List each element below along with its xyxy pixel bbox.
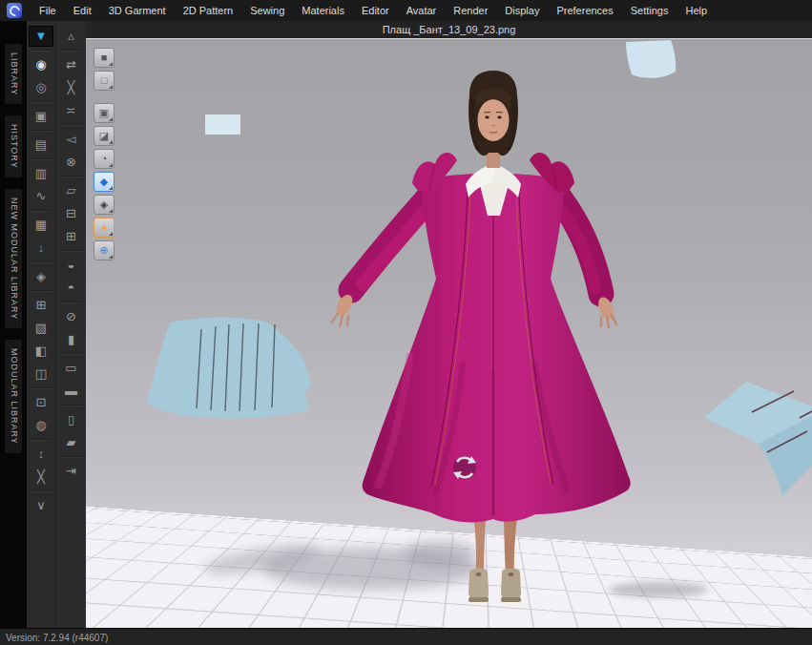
menu-display[interactable]: Display bbox=[496, 0, 548, 21]
separator bbox=[61, 405, 82, 406]
avatar-skin-view-button[interactable]: ● bbox=[94, 218, 115, 238]
scroll-more-button[interactable]: ∨ bbox=[29, 495, 53, 516]
avatar-view-button[interactable]: ◔ bbox=[94, 149, 115, 169]
viewport-3d[interactable]: ■□▣◪◔◆◈●⊕ bbox=[86, 38, 812, 628]
separator bbox=[31, 210, 52, 212]
roll-c-button[interactable]: ▯ bbox=[59, 409, 84, 430]
garment-button[interactable]: ▣ bbox=[29, 106, 53, 127]
scene-3d bbox=[86, 38, 812, 628]
fold-arrangement-icon: ◧ bbox=[35, 343, 47, 358]
show-garment-button[interactable]: ■ bbox=[94, 48, 115, 68]
jacket-button[interactable]: ▧ bbox=[29, 318, 53, 339]
toolbar-column-1: ▼◉◎▣▤▥∿▦↓◈⊞▧◧◫⊡◍↕╳∨ bbox=[27, 21, 55, 628]
roll-b-icon: ▬ bbox=[65, 384, 77, 398]
pattern-piece-rect[interactable] bbox=[205, 114, 240, 135]
roll-d-icon: ▰ bbox=[67, 435, 76, 449]
tab-modular-library[interactable]: MODULAR LIBRARY bbox=[5, 340, 22, 453]
fabric-roll-icon: ▱ bbox=[67, 183, 76, 198]
stitch-cross-icon: ╳ bbox=[68, 80, 75, 94]
padlock-fabric-button[interactable]: ⊘ bbox=[59, 306, 84, 327]
menu-render[interactable]: Render bbox=[445, 0, 496, 21]
menu-avatar[interactable]: Avatar bbox=[398, 0, 446, 21]
pattern-piece-folded[interactable] bbox=[704, 382, 812, 496]
pin-button[interactable]: ↓ bbox=[29, 238, 53, 259]
simulate-button[interactable]: ▼ bbox=[29, 26, 53, 47]
menu-2d-pattern[interactable]: 2D Pattern bbox=[175, 0, 242, 21]
seam-button[interactable]: ▦ bbox=[29, 215, 53, 236]
status-bar: Version: 7.2.94 (r44607) bbox=[0, 628, 812, 645]
knife-icon: ⊗ bbox=[66, 155, 76, 169]
menu-preferences[interactable]: Preferences bbox=[548, 0, 621, 21]
pattern-piece-sleeve-cap[interactable] bbox=[147, 318, 312, 419]
compress-pin-button[interactable]: ⇥ bbox=[59, 461, 84, 482]
menu-3d-garment[interactable]: 3D Garment bbox=[100, 0, 175, 21]
avatar[interactable] bbox=[332, 71, 631, 602]
tab-history[interactable]: HISTORY bbox=[5, 115, 22, 177]
free-sewing-button[interactable]: ▥ bbox=[29, 163, 53, 184]
avatar-shadow bbox=[202, 538, 708, 597]
separator bbox=[31, 387, 52, 389]
bind-button[interactable]: ◫ bbox=[29, 364, 53, 385]
viewport-toolbar: ■□▣◪◔◆◈●⊕ bbox=[94, 48, 115, 263]
garment-paint-view-button[interactable]: ◪ bbox=[94, 126, 115, 146]
rotate-gizmo-icon[interactable] bbox=[453, 456, 476, 479]
tab-new-modular-library[interactable]: NEW MODULAR LIBRARY bbox=[5, 189, 22, 328]
separator bbox=[61, 250, 82, 252]
fabric-view-button[interactable]: ◆ bbox=[94, 172, 115, 192]
knife-button[interactable]: ⊗ bbox=[59, 152, 84, 173]
stitch-edge-icon: ≍ bbox=[66, 103, 76, 117]
curve-button[interactable]: ∿ bbox=[29, 186, 53, 207]
import-arrangement-button[interactable]: ⊞ bbox=[29, 295, 53, 316]
avatar-body-button[interactable]: ◍ bbox=[29, 415, 53, 436]
menu-help[interactable]: Help bbox=[677, 0, 716, 21]
padlock-fabric-icon: ⊘ bbox=[66, 309, 76, 323]
fit-button[interactable]: ↕ bbox=[29, 444, 53, 465]
fold-arrangement-button[interactable]: ◧ bbox=[29, 341, 53, 362]
menu-edit[interactable]: Edit bbox=[65, 0, 100, 21]
menu-editor[interactable]: Editor bbox=[353, 0, 398, 21]
select-move-button[interactable]: ◉ bbox=[29, 54, 53, 75]
toolbar-column-2: ▵⇄╳≍◅⊗▱⊟⊞◒◓⊘▮▭▬▯▰⇥ bbox=[55, 21, 86, 628]
fabric-roll-button[interactable]: ▱ bbox=[59, 180, 84, 201]
show-pattern-outline-button[interactable]: □ bbox=[94, 71, 115, 91]
avatar-view-icon: ◔ bbox=[101, 153, 108, 164]
zipper-button[interactable]: ▮ bbox=[59, 329, 84, 350]
separator bbox=[31, 50, 52, 52]
pose-button[interactable]: ▵ bbox=[59, 26, 84, 47]
separator bbox=[31, 261, 52, 263]
menu-sewing[interactable]: Sewing bbox=[241, 0, 293, 21]
roll-d-button[interactable]: ▰ bbox=[59, 432, 84, 453]
tab-library[interactable]: LIBRARY bbox=[5, 44, 22, 104]
stitch-edge-button[interactable]: ≍ bbox=[59, 100, 84, 121]
sewing-machine-button[interactable]: ▤ bbox=[29, 135, 53, 156]
spacer bbox=[94, 94, 115, 103]
separator bbox=[61, 124, 82, 126]
world-view-button[interactable]: ⊕ bbox=[94, 240, 115, 260]
stitch-cross-button[interactable]: ╳ bbox=[59, 77, 84, 98]
flatten-button[interactable]: ⇄ bbox=[59, 54, 84, 75]
app-logo-icon[interactable] bbox=[7, 3, 22, 18]
texture-button[interactable]: ◈ bbox=[29, 266, 53, 287]
menu-settings[interactable]: Settings bbox=[622, 0, 677, 21]
menu-materials[interactable]: Materials bbox=[293, 0, 353, 21]
pattern-shirt-button[interactable]: ⊟ bbox=[59, 203, 84, 224]
arrange-button[interactable]: ◅ bbox=[59, 129, 84, 150]
buttonhole-button[interactable]: ◓ bbox=[59, 278, 84, 299]
select-mesh-button[interactable]: ◎ bbox=[29, 77, 53, 98]
roll-a-button[interactable]: ▭ bbox=[59, 358, 84, 379]
button-button[interactable]: ◒ bbox=[59, 255, 84, 276]
pattern-piece-floating[interactable] bbox=[626, 40, 676, 78]
measure-button[interactable]: ⊡ bbox=[29, 392, 53, 413]
fit-icon: ↕ bbox=[38, 447, 45, 461]
pattern-dots-button[interactable]: ⊞ bbox=[59, 226, 84, 247]
garment-texture-view-button[interactable]: ▣ bbox=[94, 103, 115, 123]
left-toolbar: ▼◉◎▣▤▥∿▦↓◈⊞▧◧◫⊡◍↕╳∨ ▵⇄╳≍◅⊗▱⊟⊞◒◓⊘▮▭▬▯▰⇥ bbox=[27, 21, 86, 628]
menu-file[interactable]: File bbox=[31, 0, 65, 21]
roll-a-icon: ▭ bbox=[65, 361, 76, 375]
roll-b-button[interactable]: ▬ bbox=[59, 381, 84, 402]
avatar-head[interactable] bbox=[468, 71, 518, 156]
fabric-off-view-button[interactable]: ◈ bbox=[94, 195, 115, 215]
cut-button[interactable]: ╳ bbox=[29, 467, 53, 488]
button-icon: ◒ bbox=[68, 258, 75, 272]
separator bbox=[31, 130, 52, 132]
